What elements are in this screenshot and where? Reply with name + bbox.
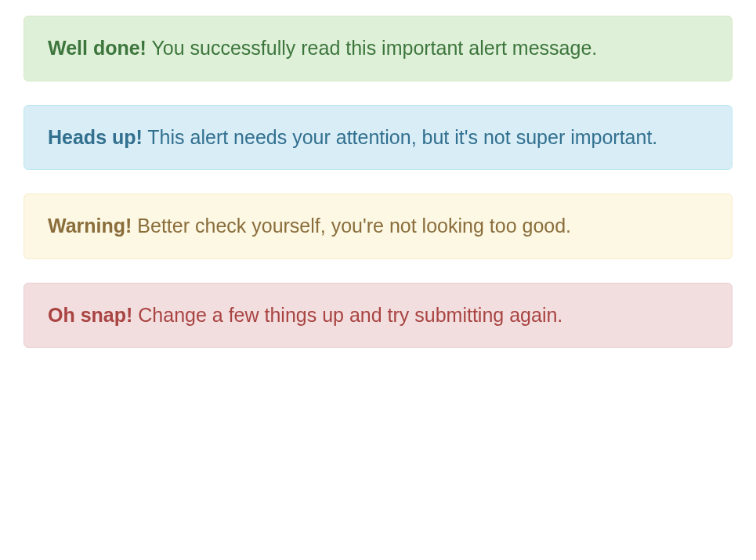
- alert-info: Heads up! This alert needs your attentio…: [24, 105, 732, 171]
- alert-success: Well done! You successfully read this im…: [24, 16, 732, 81]
- alert-danger-text: Change a few things up and try submittin…: [132, 304, 562, 326]
- alert-success-text: You successfully read this important ale…: [146, 37, 597, 59]
- alert-warning-text: Better check yourself, you're not lookin…: [132, 215, 571, 237]
- alert-success-strong: Well done!: [48, 37, 146, 59]
- alert-warning: Warning! Better check yourself, you're n…: [24, 193, 732, 259]
- alert-danger-strong: Oh snap!: [48, 304, 132, 326]
- alert-warning-strong: Warning!: [48, 215, 132, 237]
- alert-danger: Oh snap! Change a few things up and try …: [24, 283, 732, 349]
- alert-info-text: This alert needs your attention, but it'…: [143, 126, 657, 148]
- alert-info-strong: Heads up!: [48, 126, 143, 148]
